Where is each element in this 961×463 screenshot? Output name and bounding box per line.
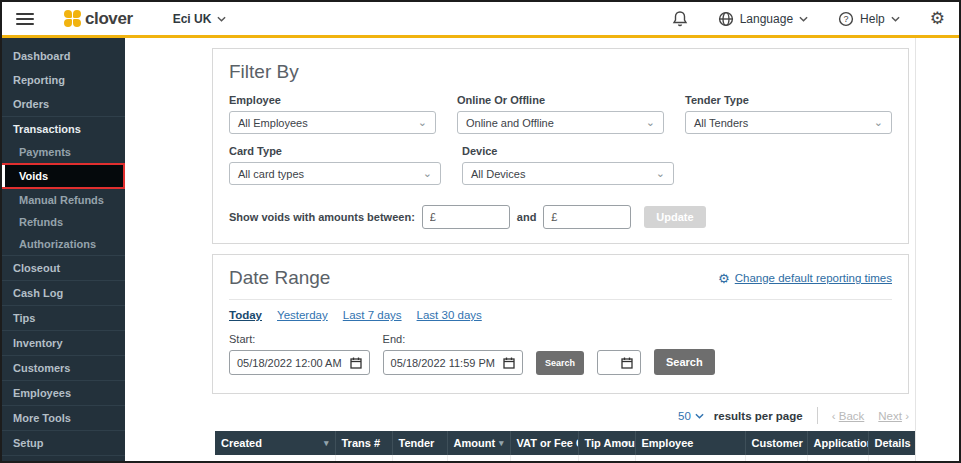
sidebar-item-inventory[interactable]: Inventory — [2, 330, 125, 355]
next-arrow-icon: › — [905, 410, 909, 422]
search-button[interactable]: Search — [654, 349, 715, 375]
hamburger-menu-icon[interactable] — [16, 10, 34, 28]
filter-title: Filter By — [229, 61, 892, 83]
language-menu[interactable]: Language — [718, 11, 808, 27]
sidebar-item-cash-log[interactable]: Cash Log — [2, 280, 125, 305]
extra-date-input[interactable] — [597, 350, 641, 375]
top-bar: clover Eci UK Language ? — [2, 2, 959, 38]
cell-vat: £0.48 — [510, 455, 578, 461]
cell-customer: GENIUS TEST CARD — [745, 455, 807, 461]
sidebar-item-orders[interactable]: Orders — [2, 92, 125, 116]
sidebar-item-employees[interactable]: Employees — [2, 380, 125, 405]
sidebar-item-more-tools[interactable]: More Tools — [2, 405, 125, 430]
date-range-title: Date Range — [229, 267, 330, 289]
employee-filter-value: All Employees — [238, 117, 308, 129]
date-range-panel: Date Range ⚙ Change default reporting ti… — [212, 254, 909, 394]
column-tender[interactable]: Tender — [392, 431, 447, 455]
column-vat-or-fee[interactable]: VAT or Fee Co — [510, 431, 578, 455]
start-date-input[interactable]: 05/18/2022 12:00 AM — [229, 350, 370, 375]
tender-filter-label: Tender Type — [685, 94, 892, 106]
calendar-icon — [503, 357, 515, 369]
search-button-small[interactable]: Search — [536, 351, 584, 375]
cell-application: ECI Spruce UK Cloud ID: — [807, 455, 868, 461]
chevron-down-icon: ⌄ — [423, 167, 432, 180]
online-filter-label: Online Or Offline — [457, 94, 664, 106]
sidebar-nav: Dashboard Reporting Orders Transactions … — [2, 38, 125, 461]
sort-icon: ▾ — [499, 438, 504, 448]
sidebar-item-refunds[interactable]: Refunds — [2, 211, 125, 233]
sidebar-item-payments[interactable]: Payments — [2, 141, 125, 163]
column-application[interactable]: Application — [807, 431, 868, 455]
cell-tip: £0.00 — [578, 455, 635, 461]
sidebar-item-customers[interactable]: Customers — [2, 355, 125, 380]
device-filter-select[interactable]: All Devices ⌄ — [462, 162, 674, 185]
notifications-bell-icon[interactable] — [672, 10, 688, 27]
sidebar-item-tips[interactable]: Tips — [2, 305, 125, 330]
scrollbar-gutter[interactable] — [915, 38, 959, 461]
results-per-page-label: results per page — [714, 410, 803, 422]
sidebar-item-reporting[interactable]: Reporting — [2, 68, 125, 92]
preset-yesterday[interactable]: Yesterday — [277, 309, 328, 321]
pager: ‹ Back Next › — [832, 410, 909, 422]
sidebar-item-closeout[interactable]: Closeout — [2, 255, 125, 280]
chevron-down-icon: ⌄ — [418, 116, 427, 129]
chevron-down-icon — [217, 16, 226, 22]
column-tip-amount[interactable]: ▾Tip Amount — [578, 431, 635, 455]
column-details[interactable]: Details — [868, 431, 915, 455]
preset-today[interactable]: Today — [229, 309, 262, 321]
column-employee[interactable]: Employee — [635, 431, 745, 455]
chevron-down-icon — [695, 413, 704, 419]
sidebar-item-authorizations[interactable]: Authorizations — [2, 233, 125, 255]
sidebar-item-setup[interactable]: Setup — [2, 430, 125, 455]
clover-logo: clover — [64, 9, 133, 29]
sort-icon: ▾ — [324, 438, 329, 448]
app-body: Dashboard Reporting Orders Transactions … — [2, 38, 959, 461]
update-button[interactable]: Update — [644, 206, 705, 228]
globe-icon — [718, 11, 734, 27]
svg-text:?: ? — [844, 14, 849, 24]
filter-panel: Filter By Employee All Employees ⌄ Onlin… — [212, 48, 909, 244]
column-trans-no[interactable]: Trans # — [335, 431, 392, 455]
min-amount-input[interactable] — [422, 205, 510, 229]
page-size-select[interactable]: 50 — [678, 410, 704, 422]
results-bar: 50 results per page ‹ Back Next › — [125, 407, 909, 424]
top-bar-actions: Language ? Help ⚙ — [672, 10, 945, 27]
and-label: and — [517, 211, 537, 223]
max-amount-input[interactable] — [543, 205, 631, 229]
device-filter-label: Device — [462, 145, 674, 157]
back-link[interactable]: ‹ Back — [832, 410, 865, 422]
language-label: Language — [740, 12, 793, 26]
change-default-reporting-times-link[interactable]: ⚙ Change default reporting times — [718, 271, 892, 286]
sidebar-item-transactions[interactable]: Transactions — [2, 116, 125, 141]
preset-last-7-days[interactable]: Last 7 days — [343, 309, 402, 321]
sidebar-item-feedback-staging[interactable]: Feedback Staging — [2, 455, 125, 461]
main-content: Filter By Employee All Employees ⌄ Onlin… — [125, 38, 915, 461]
sidebar-item-voids[interactable]: Voids — [2, 163, 125, 189]
back-arrow-icon: ‹ — [832, 410, 836, 422]
end-label: End: — [383, 333, 523, 345]
online-filter-value: Online and Offline — [466, 117, 554, 129]
employee-filter-select[interactable]: All Employees ⌄ — [229, 111, 436, 134]
preset-last-30-days[interactable]: Last 30 days — [417, 309, 482, 321]
chevron-down-icon: ⌄ — [656, 167, 665, 180]
next-label: Next — [878, 410, 902, 422]
column-customer[interactable]: Customer — [745, 431, 807, 455]
chevron-down-icon — [891, 16, 900, 22]
sidebar-item-manual-refunds[interactable]: Manual Refunds — [2, 189, 125, 211]
merchant-name: Eci UK — [173, 12, 212, 26]
card-type-filter-select[interactable]: All card types ⌄ — [229, 162, 441, 185]
tender-filter-select[interactable]: All Tenders ⌄ — [685, 111, 892, 134]
online-filter-select[interactable]: Online and Offline ⌄ — [457, 111, 664, 134]
settings-gear-icon[interactable]: ⚙ — [930, 10, 945, 27]
table-row: 18-Ma-2022 08:13 ID: External ID: NH 000… — [215, 455, 915, 461]
help-menu[interactable]: ? Help — [838, 11, 900, 27]
device-filter-value: All Devices — [471, 168, 525, 180]
column-amount[interactable]: ▾Amount — [447, 431, 510, 455]
cell-created: 18-Ma-2022 08:13 ID: External ID: NH — [215, 455, 335, 461]
cell-amount: £3.15 — [447, 455, 510, 461]
next-link[interactable]: Next › — [878, 410, 909, 422]
merchant-selector[interactable]: Eci UK — [173, 12, 227, 26]
column-created[interactable]: ▾Created — [215, 431, 335, 455]
end-date-input[interactable]: 05/18/2022 11:59 PM — [383, 350, 523, 375]
sidebar-item-dashboard[interactable]: Dashboard — [2, 44, 125, 68]
